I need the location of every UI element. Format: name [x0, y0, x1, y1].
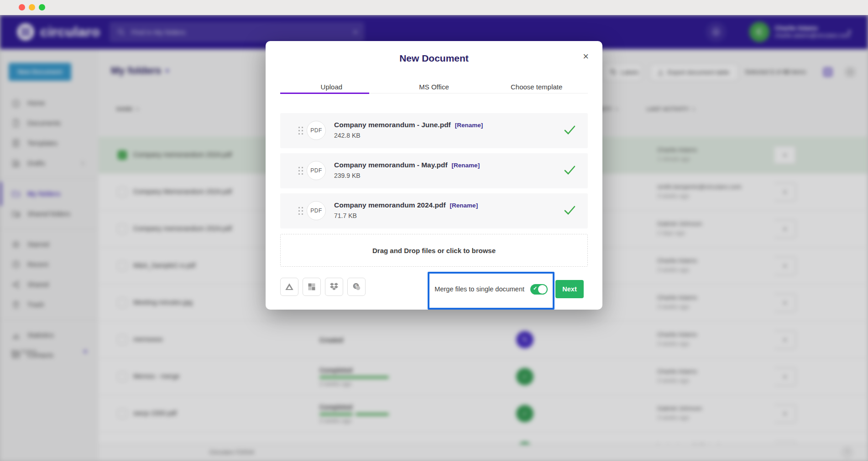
title-bar: [0, 0, 868, 15]
dropzone[interactable]: Drag and Drop files or click to browse: [280, 234, 588, 267]
upload-file-name: Company memorandum - June.pdf[Rename]: [334, 121, 483, 129]
next-button[interactable]: Next: [555, 280, 584, 298]
tab-choose-template[interactable]: Choose template: [485, 78, 588, 93]
dropbox-button[interactable]: [325, 278, 343, 296]
upload-file-size: 242.8 KB: [334, 132, 361, 139]
dropbox-icon: [329, 282, 339, 292]
toggle-knob: [538, 285, 547, 294]
merge-toggle-label: Merge files to single document: [434, 285, 524, 293]
upload-file-list: PDFCompany memorandum - June.pdf[Rename]…: [280, 113, 588, 233]
rename-link[interactable]: [Rename]: [452, 162, 480, 169]
upload-file-size: 239.9 KB: [334, 172, 361, 179]
close-icon[interactable]: ×: [580, 50, 591, 63]
new-document-modal: New Document × UploadMS OfficeChoose tem…: [266, 41, 602, 310]
upload-file-name: Company memorandum 2024.pdf[Rename]: [334, 201, 478, 209]
sharepoint-button[interactable]: S: [347, 278, 366, 296]
toggle-check-icon: ✓: [533, 285, 537, 291]
upload-file-size: 71.7 KB: [334, 212, 357, 219]
window-zoom-button[interactable]: [39, 4, 45, 10]
modal-tabs: UploadMS OfficeChoose template: [280, 78, 588, 93]
upload-file-row[interactable]: PDFCompany memorandum - June.pdf[Rename]…: [280, 113, 588, 148]
upload-file-row[interactable]: PDFCompany memorandum - May.pdf[Rename]2…: [280, 153, 588, 188]
rename-link[interactable]: [Rename]: [450, 202, 478, 209]
upload-file-name: Company memorandum - May.pdf[Rename]: [334, 161, 480, 169]
pdf-file-icon: PDF: [307, 121, 326, 140]
screen: circularo Find in My folders ▾ C Charlie…: [0, 0, 868, 461]
drag-handle-icon[interactable]: [298, 206, 303, 216]
window-minimize-button[interactable]: [29, 4, 35, 10]
upload-success-check-icon: [564, 205, 576, 215]
upload-success-check-icon: [564, 125, 576, 135]
window-close-button[interactable]: [19, 4, 25, 10]
tab-ms-office[interactable]: MS Office: [383, 78, 486, 93]
upload-success-check-icon: [564, 165, 576, 175]
merge-option: Merge files to single document ✓: [434, 280, 548, 298]
rename-link[interactable]: [Rename]: [455, 122, 483, 129]
upload-file-row[interactable]: PDFCompany memorandum 2024.pdf[Rename]71…: [280, 193, 588, 228]
google-drive-button[interactable]: [280, 278, 298, 296]
svg-text:S: S: [355, 284, 357, 288]
modal-title: New Document: [266, 53, 602, 64]
merge-toggle[interactable]: ✓: [530, 284, 548, 295]
drag-handle-icon[interactable]: [298, 126, 303, 135]
microsoft-onedrive-icon: [307, 282, 316, 291]
drag-handle-icon[interactable]: [298, 166, 303, 176]
pdf-file-icon: PDF: [307, 161, 326, 180]
cloud-provider-buttons: S: [280, 278, 366, 296]
microsoft-onedrive-button[interactable]: [303, 278, 321, 296]
tab-upload[interactable]: Upload: [280, 78, 383, 93]
sharepoint-icon: S: [351, 282, 361, 292]
google-drive-icon: [284, 282, 294, 292]
pdf-file-icon: PDF: [307, 201, 326, 220]
